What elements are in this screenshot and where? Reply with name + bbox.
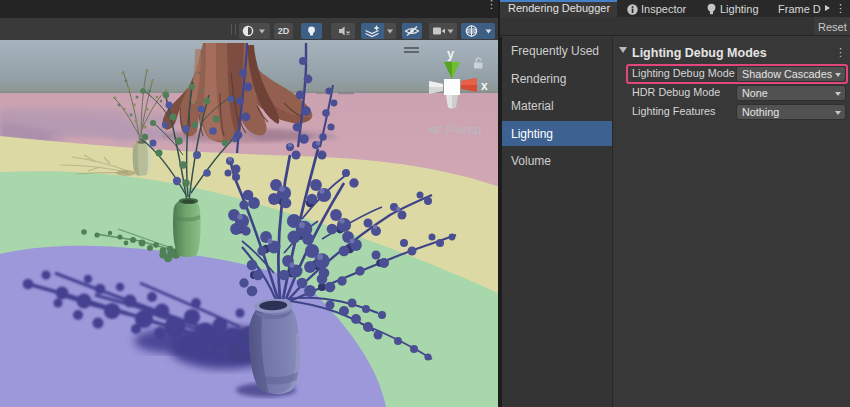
svg-text:x: x (481, 79, 488, 93)
svg-text:y: y (447, 46, 455, 61)
svg-text:≪ Persp: ≪ Persp (428, 122, 481, 137)
